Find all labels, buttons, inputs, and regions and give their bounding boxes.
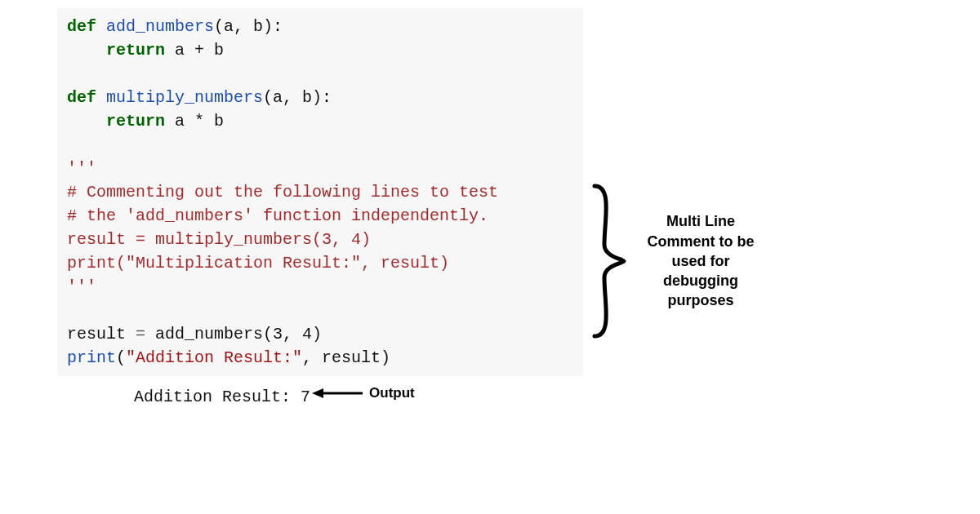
output-label: Output [369,385,415,401]
comment-line: # Commenting out the following lines to … [67,183,498,202]
annotation-line: Multi Line [635,211,766,231]
params: (a, b): [214,17,283,36]
builtin-print: print [67,348,116,367]
function-name-multiply: multiply_numbers [106,88,263,107]
arrow-left-icon [312,385,364,401]
curly-brace-icon [588,179,629,343]
operator-eq: = [136,325,145,343]
keyword-return: return [67,41,165,60]
keyword-def: def [67,17,96,36]
comment-line: result = multiply_numbers(3, 4) [67,230,371,249]
expr: a + b [165,41,224,60]
expr: a * b [165,112,224,131]
args-rest: , result) [302,348,390,367]
annotation-line: debugging [635,271,766,290]
annotation-column: Multi Line Comment to be used for debugg… [588,179,766,343]
main-container: def add_numbers(a, b): return a + b def … [0,0,980,406]
comment-line: # the 'add_numbers' function independent… [67,206,488,225]
annotation-line: Comment to be [635,232,766,251]
stmt-rhs: add_numbers(3, 4) [145,325,322,343]
keyword-def: def [67,88,96,107]
code-column: def add_numbers(a, b): return a + b def … [57,8,583,406]
string-literal: "Addition Result:" [126,348,302,367]
keyword-return: return [67,112,165,131]
annotation-line: purposes [635,290,766,310]
svg-marker-1 [312,388,323,398]
triple-quote-open: ''' [67,159,96,178]
code-block: def add_numbers(a, b): return a + b def … [57,8,583,376]
stmt-lhs: result [67,325,136,343]
comment-line: print("Multiplication Result:", result) [67,254,449,273]
params: (a, b): [263,88,332,107]
paren: ( [116,348,126,367]
output-text: Addition Result: 7 [124,379,310,406]
output-row: Addition Result: 7 Output [57,379,583,406]
annotation-text: Multi Line Comment to be used for debugg… [635,211,766,310]
annotation-line: used for [635,251,766,271]
triple-quote-close: ''' [67,277,96,296]
function-name-add: add_numbers [106,17,214,36]
